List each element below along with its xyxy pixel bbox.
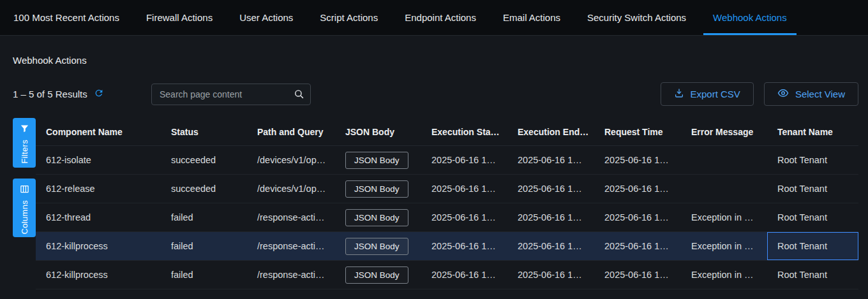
cell-path-and-query: /response-acti…	[247, 232, 335, 260]
table-header-row: Component Name Status Path and Query JSO…	[36, 118, 858, 146]
cell-execution-end: 2025-06-16 1…	[507, 203, 594, 231]
json-body-button[interactable]: JSON Body	[345, 238, 408, 255]
cell-error-message: Exception in …	[681, 203, 767, 231]
cell-status: succeeded	[161, 175, 247, 203]
tab-email-actions[interactable]: Email Actions	[490, 0, 574, 35]
cell-tenant-name: Root Tenant	[767, 261, 858, 289]
column-header-json-body[interactable]: JSON Body	[335, 118, 421, 145]
select-view-button[interactable]: Select View	[764, 82, 858, 106]
cell-execution-start: 2025-06-16 1…	[421, 203, 507, 231]
cell-json-body: JSON Body	[335, 175, 421, 203]
refresh-icon	[94, 88, 104, 100]
cell-error-message	[681, 175, 767, 203]
cell-json-body: JSON Body	[335, 232, 421, 260]
cell-status: failed	[161, 203, 247, 231]
cell-status: succeeded	[161, 146, 247, 174]
column-header-error-message[interactable]: Error Message	[681, 118, 767, 145]
cell-execution-end: 2025-06-16 1…	[507, 146, 594, 174]
column-header-request-time[interactable]: Request Time	[594, 118, 681, 145]
table-row[interactable]: 612-isolate succeeded /devices/v1/op… JS…	[36, 146, 858, 175]
search-box	[151, 84, 311, 105]
columns-rail-button[interactable]: Columns	[13, 179, 36, 237]
toolbar-actions: Export CSV Select View	[661, 82, 858, 106]
cell-error-message: Exception in …	[681, 261, 767, 289]
cell-tenant-name: Root Tenant	[767, 232, 858, 260]
side-rail: Filters Columns	[13, 118, 36, 237]
table-row[interactable]: 612-thread failed /response-acti… JSON B…	[36, 203, 858, 232]
cell-tenant-name: Root Tenant	[767, 203, 858, 231]
filters-rail-button[interactable]: Filters	[13, 118, 36, 168]
cell-request-time: 2025-06-16 1…	[594, 232, 681, 260]
cell-request-time: 2025-06-16 1…	[594, 175, 681, 203]
cell-execution-start: 2025-06-16 1…	[421, 175, 507, 203]
json-body-button[interactable]: JSON Body	[345, 152, 408, 169]
cell-json-body: JSON Body	[335, 203, 421, 231]
tab-100-most-recent-actions[interactable]: 100 Most Recent Actions	[0, 0, 133, 35]
table-row[interactable]: 612-release succeeded /devices/v1/op… JS…	[36, 175, 858, 203]
download-icon	[674, 88, 684, 100]
cell-status: failed	[161, 261, 247, 289]
search-icon	[294, 89, 304, 101]
export-csv-button[interactable]: Export CSV	[661, 82, 754, 106]
table-body: 612-isolate succeeded /devices/v1/op… JS…	[36, 146, 858, 289]
cell-json-body: JSON Body	[335, 146, 421, 174]
filters-rail-label: Filters	[20, 140, 29, 164]
cell-path-and-query: /devices/v1/op…	[247, 146, 335, 174]
json-body-button[interactable]: JSON Body	[345, 209, 408, 226]
tab-webhook-actions[interactable]: Webhook Actions	[700, 0, 800, 35]
columns-icon	[20, 184, 29, 196]
page-title: Webhook Actions	[13, 55, 868, 66]
results-count-text: 1 – 5 of 5 Results	[13, 89, 87, 99]
content-area: Filters Columns Component Name Status Pa…	[13, 118, 858, 289]
actions-table: Component Name Status Path and Query JSO…	[36, 118, 858, 289]
column-header-execution-start[interactable]: Execution Sta…	[421, 118, 507, 145]
columns-rail-label: Columns	[20, 200, 29, 234]
cell-execution-start: 2025-06-16 1…	[421, 232, 507, 260]
cell-execution-start: 2025-06-16 1…	[421, 261, 507, 289]
search-input[interactable]	[151, 84, 311, 105]
table-row[interactable]: 612-killprocess failed /response-acti… J…	[36, 261, 858, 289]
toolbar: 1 – 5 of 5 Results Export CSV Select Vie…	[13, 82, 858, 106]
cell-request-time: 2025-06-16 1…	[594, 261, 681, 289]
filter-icon	[20, 124, 29, 135]
export-csv-label: Export CSV	[691, 89, 740, 99]
cell-execution-end: 2025-06-16 1…	[507, 232, 594, 260]
cell-tenant-name: Root Tenant	[767, 146, 858, 174]
cell-execution-end: 2025-06-16 1…	[507, 261, 594, 289]
eye-icon	[777, 87, 789, 101]
cell-error-message: Exception in …	[681, 232, 767, 260]
cell-request-time: 2025-06-16 1…	[594, 146, 681, 174]
cell-execution-end: 2025-06-16 1…	[507, 175, 594, 203]
cell-component-name: 612-thread	[36, 203, 161, 231]
refresh-button[interactable]	[94, 88, 104, 100]
cell-path-and-query: /response-acti…	[247, 203, 335, 231]
tab-security-switch-actions[interactable]: Security Switch Actions	[574, 0, 700, 35]
column-header-tenant-name[interactable]: Tenant Name	[767, 118, 858, 145]
column-header-status[interactable]: Status	[161, 118, 247, 145]
tab-firewall-actions[interactable]: Firewall Actions	[133, 0, 226, 35]
cell-component-name: 612-release	[36, 175, 161, 203]
tab-user-actions[interactable]: User Actions	[226, 0, 306, 35]
column-header-component-name[interactable]: Component Name	[36, 118, 161, 145]
cell-path-and-query: /response-acti…	[247, 261, 335, 289]
cell-component-name: 612-killprocess	[36, 232, 161, 260]
cell-component-name: 612-killprocess	[36, 261, 161, 289]
top-tab-bar: 100 Most Recent Actions Firewall Actions…	[0, 0, 868, 36]
cell-status: failed	[161, 232, 247, 260]
json-body-button[interactable]: JSON Body	[345, 180, 408, 198]
column-header-path-and-query[interactable]: Path and Query	[247, 118, 335, 145]
results-summary: 1 – 5 of 5 Results	[13, 88, 151, 100]
tab-endpoint-actions[interactable]: Endpoint Actions	[391, 0, 490, 35]
cell-error-message	[681, 146, 767, 174]
cell-request-time: 2025-06-16 1…	[594, 203, 681, 231]
json-body-button[interactable]: JSON Body	[345, 266, 408, 284]
cell-tenant-name: Root Tenant	[767, 175, 858, 203]
cell-json-body: JSON Body	[335, 261, 421, 289]
table-row[interactable]: 612-killprocess failed /response-acti… J…	[36, 232, 858, 261]
cell-component-name: 612-isolate	[36, 146, 161, 174]
column-header-execution-end[interactable]: Execution End…	[507, 118, 594, 145]
cell-path-and-query: /devices/v1/op…	[247, 175, 335, 203]
cell-execution-start: 2025-06-16 1…	[421, 146, 507, 174]
select-view-label: Select View	[795, 89, 845, 99]
tab-script-actions[interactable]: Script Actions	[306, 0, 391, 35]
